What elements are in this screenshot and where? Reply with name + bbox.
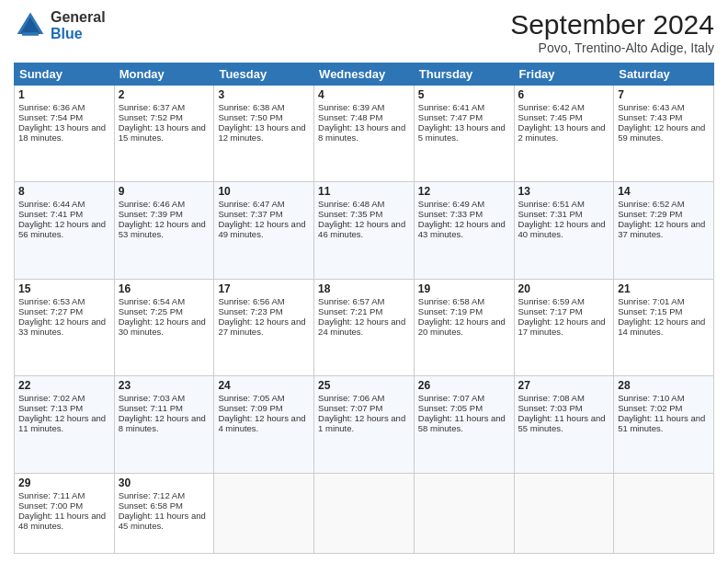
weekday-header: Saturday [614,63,714,86]
day-number: 25 [318,379,410,392]
calendar-cell: 13Sunrise: 6:51 AMSunset: 7:31 PMDayligh… [514,182,614,279]
calendar-cell: 28Sunrise: 7:10 AMSunset: 7:02 PMDayligh… [614,376,714,473]
calendar-cell: 6Sunrise: 6:42 AMSunset: 7:45 PMDaylight… [514,86,614,182]
day-number: 29 [18,477,110,489]
location-subtitle: Povo, Trentino-Alto Adige, Italy [510,40,714,55]
day-number: 22 [18,379,110,392]
day-number: 14 [618,185,710,198]
calendar-cell: 11Sunrise: 6:48 AMSunset: 7:35 PMDayligh… [314,182,415,279]
calendar-cell: 8Sunrise: 6:44 AMSunset: 7:41 PMDaylight… [15,182,115,279]
calendar-cell: 25Sunrise: 7:06 AMSunset: 7:07 PMDayligh… [314,376,415,473]
calendar-cell: 24Sunrise: 7:05 AMSunset: 7:09 PMDayligh… [214,376,314,473]
month-title: September 2024 [510,9,714,40]
calendar-cell: 19Sunrise: 6:58 AMSunset: 7:19 PMDayligh… [414,279,514,375]
calendar-week-row: 22Sunrise: 7:02 AMSunset: 7:13 PMDayligh… [15,376,714,473]
day-number: 5 [418,88,510,101]
weekday-header: Thursday [414,63,514,86]
day-number: 13 [518,185,610,198]
calendar-cell: 22Sunrise: 7:02 AMSunset: 7:13 PMDayligh… [15,376,115,473]
calendar-cell: 5Sunrise: 6:41 AMSunset: 7:47 PMDaylight… [414,86,514,182]
page: General Blue September 2024 Povo, Trenti… [0,0,728,563]
day-number: 8 [18,185,110,198]
calendar-cell: 14Sunrise: 6:52 AMSunset: 7:29 PMDayligh… [614,182,714,279]
calendar-cell: 2Sunrise: 6:37 AMSunset: 7:52 PMDaylight… [114,86,214,182]
calendar-week-row: 15Sunrise: 6:53 AMSunset: 7:27 PMDayligh… [15,279,714,375]
logo-blue: Blue [51,26,106,42]
day-number: 16 [119,282,210,295]
calendar-cell: 17Sunrise: 6:56 AMSunset: 7:23 PMDayligh… [214,279,314,375]
weekday-header: Tuesday [214,63,314,86]
calendar-cell: 30Sunrise: 7:12 AMSunset: 6:58 PMDayligh… [114,473,214,553]
calendar-week-row: 1Sunrise: 6:36 AMSunset: 7:54 PMDaylight… [15,86,714,182]
calendar-week-row: 8Sunrise: 6:44 AMSunset: 7:41 PMDaylight… [15,182,714,279]
day-number: 20 [518,282,610,295]
logo-icon [14,9,47,42]
weekday-header: Sunday [15,63,115,86]
day-number: 26 [418,379,510,392]
calendar-table: SundayMondayTuesdayWednesdayThursdayFrid… [14,63,714,554]
weekday-header: Friday [514,63,614,86]
weekday-header: Wednesday [314,63,415,86]
calendar-cell: 23Sunrise: 7:03 AMSunset: 7:11 PMDayligh… [114,376,214,473]
day-number: 23 [119,379,210,392]
day-number: 27 [518,379,610,392]
calendar-cell: 21Sunrise: 7:01 AMSunset: 7:15 PMDayligh… [614,279,714,375]
calendar-cell: 26Sunrise: 7:07 AMSunset: 7:05 PMDayligh… [414,376,514,473]
day-number: 18 [318,282,410,295]
day-number: 24 [218,379,310,392]
day-number: 1 [18,88,110,101]
header-row: SundayMondayTuesdayWednesdayThursdayFrid… [15,63,714,86]
logo-general: General [51,9,106,26]
title-block: September 2024 Povo, Trentino-Alto Adige… [510,9,714,55]
day-number: 11 [318,185,410,198]
calendar-cell: 15Sunrise: 6:53 AMSunset: 7:27 PMDayligh… [15,279,115,375]
calendar-cell [414,473,514,553]
calendar-cell [514,473,614,553]
calendar-cell: 1Sunrise: 6:36 AMSunset: 7:54 PMDaylight… [15,86,115,182]
header: General Blue September 2024 Povo, Trenti… [14,9,714,55]
weekday-header: Monday [114,63,214,86]
calendar-week-row: 29Sunrise: 7:11 AMSunset: 7:00 PMDayligh… [15,473,714,553]
day-number: 28 [618,379,710,392]
day-number: 6 [518,88,610,101]
calendar-cell: 3Sunrise: 6:38 AMSunset: 7:50 PMDaylight… [214,86,314,182]
day-number: 2 [119,88,210,101]
calendar-cell: 4Sunrise: 6:39 AMSunset: 7:48 PMDaylight… [314,86,415,182]
day-number: 3 [218,88,310,101]
calendar-cell [314,473,415,553]
logo: General Blue [14,9,106,42]
calendar-cell: 10Sunrise: 6:47 AMSunset: 7:37 PMDayligh… [214,182,314,279]
day-number: 4 [318,88,410,101]
calendar-cell: 27Sunrise: 7:08 AMSunset: 7:03 PMDayligh… [514,376,614,473]
day-number: 21 [618,282,710,295]
day-number: 9 [119,185,210,198]
calendar-cell: 20Sunrise: 6:59 AMSunset: 7:17 PMDayligh… [514,279,614,375]
calendar-cell [614,473,714,553]
day-number: 19 [418,282,510,295]
calendar-cell: 29Sunrise: 7:11 AMSunset: 7:00 PMDayligh… [15,473,115,553]
day-number: 10 [218,185,310,198]
calendar-cell: 9Sunrise: 6:46 AMSunset: 7:39 PMDaylight… [114,182,214,279]
calendar-cell: 7Sunrise: 6:43 AMSunset: 7:43 PMDaylight… [614,86,714,182]
day-number: 12 [418,185,510,198]
day-number: 17 [218,282,310,295]
logo-text: General Blue [51,9,106,41]
day-number: 30 [119,477,210,489]
svg-rect-2 [22,32,39,36]
calendar-cell [214,473,314,553]
day-number: 7 [618,88,710,101]
day-number: 15 [18,282,110,295]
calendar-cell: 18Sunrise: 6:57 AMSunset: 7:21 PMDayligh… [314,279,415,375]
calendar-cell: 12Sunrise: 6:49 AMSunset: 7:33 PMDayligh… [414,182,514,279]
calendar-cell: 16Sunrise: 6:54 AMSunset: 7:25 PMDayligh… [114,279,214,375]
